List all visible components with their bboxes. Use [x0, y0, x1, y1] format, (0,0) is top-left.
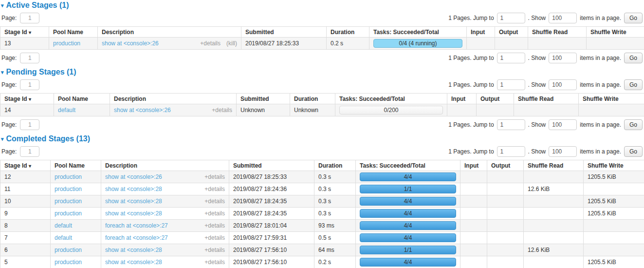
pool-name-link[interactable]: production	[55, 259, 82, 266]
go-button[interactable]: Go	[624, 53, 643, 63]
description-link[interactable]: show at <console>:26	[102, 40, 159, 47]
items-per-page-input[interactable]	[549, 119, 577, 130]
pool-name-link[interactable]: default	[55, 234, 72, 241]
jump-to-page-input[interactable]	[497, 79, 525, 90]
pending-stages-header[interactable]: ▾Pending Stages (1)	[1, 68, 644, 77]
description-link[interactable]: show at <console>:28	[105, 198, 162, 205]
details-toggle[interactable]: +details	[204, 198, 225, 205]
shuffle-write-value: 1205.5 KiB	[588, 259, 616, 266]
description-link[interactable]: show at <console>:26	[114, 107, 171, 114]
pool-name-cell: production	[51, 256, 101, 268]
submitted-cell: 2019/08/27 18:25:33	[241, 38, 327, 50]
col-header-duration[interactable]: Duration	[327, 27, 369, 38]
col-header-input[interactable]: Input	[467, 27, 495, 38]
col-header-input[interactable]: Input	[460, 160, 487, 171]
col-header-output[interactable]: Output	[495, 27, 528, 38]
col-header-stage-id[interactable]: Stage Id ▾	[0, 94, 54, 104]
description-link[interactable]: foreach at <console>:27	[105, 222, 168, 229]
col-header-pool-name[interactable]: Pool Name	[54, 94, 110, 104]
jump-to-page-input[interactable]	[497, 119, 525, 130]
col-header-input[interactable]: Input	[447, 94, 477, 104]
col-header-shuffle-read[interactable]: Shuffle Read	[514, 94, 579, 104]
details-toggle[interactable]: +details	[204, 259, 225, 266]
pagination-controls: 1 Pages. Jump to . Show items in a page.…	[448, 119, 643, 130]
col-header-output[interactable]: Output	[477, 94, 514, 104]
col-header-submitted[interactable]: Submitted	[237, 94, 290, 104]
description-link[interactable]: show at <console>:28	[105, 247, 162, 253]
kill-link[interactable]: (kill)	[226, 40, 237, 47]
duration-cell: 0.3 s	[314, 208, 356, 220]
jump-to-page-input[interactable]	[497, 53, 525, 63]
items-per-page-input[interactable]	[549, 53, 577, 63]
details-toggle[interactable]: +details	[204, 173, 225, 180]
page-number-input[interactable]	[20, 146, 39, 157]
pool-name-link[interactable]: default	[58, 107, 75, 114]
details-toggle[interactable]: +details	[204, 210, 225, 217]
description-link[interactable]: show at <console>:28	[105, 210, 162, 217]
page-number-input[interactable]	[20, 79, 39, 90]
col-header-tasks[interactable]: Tasks: Succeeded/Total	[369, 27, 467, 38]
col-header-submitted[interactable]: Submitted	[241, 27, 327, 38]
go-button[interactable]: Go	[624, 79, 643, 90]
col-header-pool-name[interactable]: Pool Name	[49, 27, 98, 38]
col-header-stage-id[interactable]: Stage Id ▾	[0, 160, 51, 171]
col-header-output[interactable]: Output	[487, 160, 524, 171]
col-header-submitted[interactable]: Submitted	[229, 160, 314, 171]
active-stages-header[interactable]: ▾Active Stages (1)	[1, 1, 644, 10]
pool-name-link[interactable]: production	[55, 186, 82, 192]
items-per-page-input[interactable]	[549, 146, 577, 157]
completed-stages-table: Stage Id ▾ Pool Name Description Submitt…	[0, 160, 644, 268]
go-button[interactable]: Go	[624, 146, 643, 157]
col-header-shuffle-read[interactable]: Shuffle Read	[528, 27, 587, 38]
pool-name-link[interactable]: production	[55, 198, 82, 205]
col-header-description[interactable]: Description	[101, 160, 229, 171]
col-header-tasks[interactable]: Tasks: Succeeded/Total	[335, 94, 447, 104]
shuffle-write-cell	[584, 220, 644, 232]
page-number-input[interactable]	[20, 53, 39, 63]
tasks-cell: 4/4	[356, 171, 460, 183]
pool-name-link[interactable]: production	[55, 210, 82, 217]
jump-to-page-input[interactable]	[497, 13, 525, 23]
go-button[interactable]: Go	[624, 119, 643, 130]
details-toggle[interactable]: +details	[204, 222, 225, 229]
pool-name-cell: production	[51, 195, 101, 208]
details-toggle[interactable]: +details	[200, 40, 221, 47]
description-link[interactable]: show at <console>:26	[105, 173, 162, 180]
submitted-cell: 2019/08/27 18:24:35	[229, 195, 314, 208]
description-link[interactable]: foreach at <console>:27	[105, 234, 168, 241]
col-header-duration[interactable]: Duration	[314, 160, 356, 171]
col-header-description[interactable]: Description	[110, 94, 237, 104]
jump-to-page-input[interactable]	[497, 146, 525, 157]
description-link[interactable]: show at <console>:28	[105, 186, 162, 192]
details-toggle[interactable]: +details	[204, 234, 225, 241]
col-header-duration[interactable]: Duration	[290, 94, 335, 104]
details-toggle[interactable]: +details	[204, 186, 225, 192]
items-per-page-input[interactable]	[549, 13, 577, 23]
page-number-input[interactable]	[20, 119, 39, 130]
go-button[interactable]: Go	[624, 13, 643, 23]
pool-name-link[interactable]: default	[55, 222, 72, 229]
col-header-shuffle-read[interactable]: Shuffle Read	[524, 160, 584, 171]
pool-name-link[interactable]: production	[55, 173, 82, 180]
pool-name-link[interactable]: production	[53, 40, 80, 47]
completed-stages-header[interactable]: ▾Completed Stages (13)	[1, 134, 644, 143]
page-number-input[interactable]	[20, 13, 39, 23]
pool-name-link[interactable]: production	[55, 247, 82, 253]
details-toggle[interactable]: +details	[212, 107, 232, 114]
description-link[interactable]: show at <console>:28	[105, 259, 162, 266]
details-toggle[interactable]: +details	[204, 247, 225, 253]
table-row: 6productionshow at <console>:28+details2…	[0, 244, 644, 256]
col-header-shuffle-write[interactable]: Shuffle Write	[587, 27, 644, 38]
shuffle-write-cell: 1205.5 KiB	[584, 195, 644, 208]
col-header-pool-name[interactable]: Pool Name	[51, 160, 101, 171]
shuffle-read-cell	[524, 208, 584, 220]
items-per-page-input[interactable]	[549, 79, 577, 90]
col-header-shuffle-write[interactable]: Shuffle Write	[579, 94, 644, 104]
duration-cell: 0.2 s	[314, 256, 356, 268]
col-header-shuffle-write[interactable]: Shuffle Write	[584, 160, 644, 171]
input-cell	[460, 171, 487, 183]
col-header-tasks[interactable]: Tasks: Succeeded/Total	[356, 160, 460, 171]
col-header-description[interactable]: Description	[98, 27, 241, 38]
col-header-stage-id[interactable]: Stage Id ▾	[0, 27, 49, 38]
stage-id: 9	[4, 210, 8, 217]
